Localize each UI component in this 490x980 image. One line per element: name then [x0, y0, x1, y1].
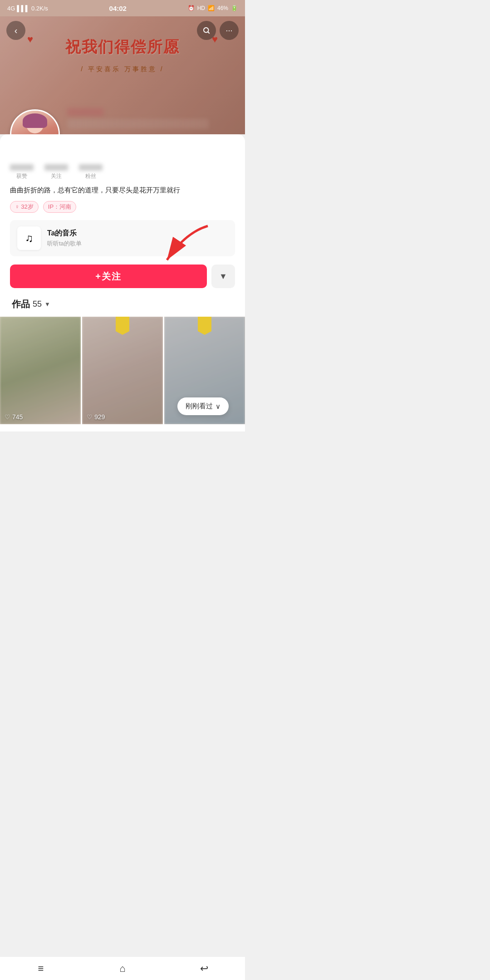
follow-button[interactable]: +关注 — [10, 265, 207, 288]
user-badge-blurred — [67, 108, 103, 116]
signal-bars: ▌▌▌ — [17, 5, 29, 12]
works-label: 作品 — [12, 298, 30, 310]
heart-icon: ♡ — [5, 413, 10, 421]
back-button[interactable]: ‹ — [6, 21, 25, 40]
user-bio: 曲曲折折的路，总有它的道理，只要尽头是花开万里就行 — [10, 185, 235, 196]
gender-age-tag: ♀ 32岁 — [10, 201, 39, 213]
profile-card: 获赞 关注 粉丝 曲曲折折的路，总有它的道理，只要尽头是花开万里就行 ♀ 32岁… — [0, 134, 245, 431]
ip-location-tag: IP：河南 — [43, 201, 76, 213]
stat-following: 关注 — [44, 164, 68, 180]
status-left: 4G ▌▌▌ 0.2K/s — [7, 5, 48, 12]
like-number: 745 — [12, 413, 23, 421]
works-grid-wrapper: ♡ 745 ♡ 929 刚刚看过 — [10, 317, 235, 424]
follow-row: +关注 ▼ — [10, 265, 235, 288]
stats-row: 获赞 关注 粉丝 — [10, 162, 235, 180]
banner-title: 祝我们得偿所愿 — [0, 37, 245, 58]
svg-line-1 — [208, 32, 209, 33]
like-count: ♡ 929 — [87, 413, 105, 421]
status-right: ⏰ HD 📶 46% 🔋 — [188, 5, 238, 11]
like-count: ♡ 745 — [5, 413, 23, 421]
music-title: Ta的音乐 — [47, 229, 228, 238]
music-icon: ♫ — [17, 226, 41, 250]
profile-banner: ♥ 祝我们得偿所愿 ♥ / 平安喜乐 万事胜意 / ‹ ··· — [0, 16, 245, 134]
works-count: 55 — [33, 299, 42, 309]
svg-point-0 — [204, 28, 209, 33]
grid-item[interactable]: ♡ 929 — [82, 317, 163, 424]
search-button[interactable] — [197, 21, 216, 40]
signal-label: 4G — [7, 5, 15, 12]
more-button[interactable]: ··· — [220, 21, 239, 40]
followers-value-blurred — [79, 164, 103, 171]
stat-followers: 粉丝 — [79, 164, 103, 180]
grid-item[interactable]: ♡ 745 — [0, 317, 81, 424]
alarm-icon: ⏰ — [188, 5, 195, 11]
battery-icon: 🔋 — [231, 5, 238, 11]
speed-label: 0.2K/s — [31, 5, 48, 12]
recently-viewed-dropdown-icon: ∨ — [216, 402, 220, 411]
status-bar: 4G ▌▌▌ 0.2K/s 04:02 ⏰ HD 📶 46% 🔋 — [0, 0, 245, 16]
likes-value-blurred — [10, 164, 34, 171]
following-value-blurred — [44, 164, 68, 171]
yellow-banner — [116, 317, 129, 335]
username-blurred — [67, 119, 209, 129]
followers-label: 粉丝 — [85, 172, 96, 180]
works-header: 作品 55 ▼ — [10, 298, 235, 310]
more-options-button[interactable]: ▼ — [211, 265, 235, 288]
avatar — [10, 109, 60, 134]
recently-viewed-popup[interactable]: 刚刚看过 ∨ — [177, 397, 229, 415]
works-dropdown-icon[interactable]: ▼ — [44, 301, 50, 308]
avatar-image — [11, 111, 59, 134]
wifi-icon: 📶 — [208, 5, 215, 11]
time-display: 04:02 — [109, 5, 127, 12]
hd-label: HD — [197, 5, 205, 11]
music-subtitle: 听听ta的歌单 — [47, 240, 228, 248]
grid-item-overlay — [0, 317, 81, 424]
yellow-banner — [198, 317, 211, 335]
tags-row: ♀ 32岁 IP：河南 — [10, 201, 235, 213]
dropdown-icon: ▼ — [219, 272, 227, 281]
heart-icon: ♡ — [87, 413, 93, 421]
likes-label: 获赞 — [16, 172, 27, 180]
battery-label: 46% — [217, 5, 228, 11]
music-info: Ta的音乐 听听ta的歌单 — [47, 229, 228, 248]
banner-subtitle: / 平安喜乐 万事胜意 / — [0, 65, 245, 74]
like-number: 929 — [94, 413, 105, 421]
music-note-icon: ♫ — [25, 232, 33, 245]
music-card[interactable]: ♫ Ta的音乐 听听ta的歌单 — [10, 220, 235, 256]
recently-viewed-label: 刚刚看过 — [186, 402, 213, 411]
following-label: 关注 — [51, 172, 62, 180]
stat-likes: 获赞 — [10, 164, 34, 180]
